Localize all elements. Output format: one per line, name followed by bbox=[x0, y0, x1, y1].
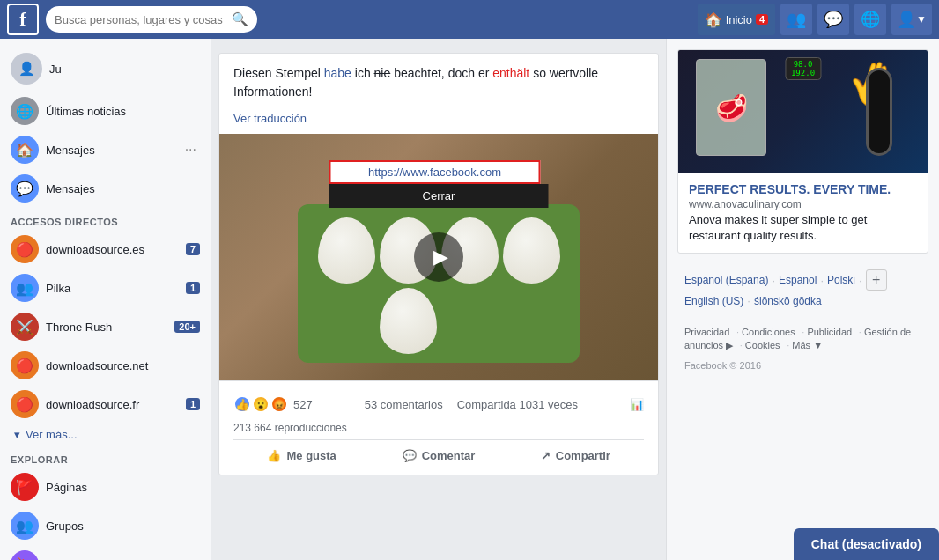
sidebar-left: 👤 Ju 🌐 Últimas noticias 🏠 Mensajes ··· 💬… bbox=[0, 39, 211, 560]
post-actions: 👍 Me gusta 💬 Comentar ↗ Compartir bbox=[233, 439, 644, 468]
ad-title[interactable]: PERFECT RESULTS. EVERY TIME. bbox=[689, 182, 917, 196]
footer-publicidad[interactable]: Publicidad bbox=[807, 327, 852, 337]
egg-carton bbox=[298, 204, 580, 363]
video-thumbnail[interactable]: Cerrar bbox=[219, 134, 658, 380]
mensajes-icon: 💬 bbox=[11, 174, 39, 203]
url-popup: Cerrar bbox=[329, 160, 549, 208]
share-icon-btn: ↗ bbox=[541, 449, 551, 462]
share-label: Compartir bbox=[556, 449, 610, 462]
lang-sep-1: · bbox=[772, 274, 775, 287]
post-text-nie: nie bbox=[374, 66, 391, 80]
explorar-section-title: EXPLORAR bbox=[0, 446, 211, 468]
post-stats: 53 comentarios Compartida 1031 veces bbox=[365, 398, 578, 411]
sidebar-user-profile[interactable]: 👤 Ju bbox=[0, 46, 211, 92]
user-avatar: 👤 bbox=[11, 53, 42, 85]
see-more-1[interactable]: ▾ Ver más... bbox=[0, 424, 211, 446]
user-menu-icon[interactable]: 👤▼ bbox=[891, 4, 932, 35]
egg-5 bbox=[380, 288, 437, 354]
post-text-enthaelt: enthält bbox=[492, 66, 529, 80]
sidebar-item-pilka[interactable]: 👥 Pilka 1 bbox=[0, 269, 211, 307]
downloadsource-net-icon: 🔴 bbox=[11, 351, 39, 379]
device-display: 98.0192.0 bbox=[785, 57, 821, 80]
post-text-habe: habe bbox=[324, 66, 351, 80]
globe-nav-icon[interactable]: 🌐 bbox=[854, 4, 886, 35]
sidebar-right: 🤚 98.0192.0 🥩 PERFECT RESULTS. EVERY TIM… bbox=[666, 39, 939, 560]
facebook-logo[interactable]: f bbox=[7, 4, 39, 35]
sidebar-item-guardado[interactable]: 🔖 Guardado bbox=[0, 545, 211, 560]
noticias-icon: 🏠 bbox=[11, 136, 39, 164]
grupos-icon: 👥 bbox=[11, 512, 39, 540]
share-button[interactable]: ↗ Compartir bbox=[507, 444, 644, 468]
lang-polski[interactable]: Polski bbox=[827, 274, 855, 286]
inicio-label: Inicio bbox=[726, 13, 752, 26]
comment-icon-btn: 💬 bbox=[403, 449, 417, 462]
ad-card: 🤚 98.0192.0 🥩 PERFECT RESULTS. EVERY TIM… bbox=[677, 49, 928, 254]
footer-cookies[interactable]: Cookies bbox=[745, 340, 780, 350]
notifications-count: 4 bbox=[756, 14, 768, 25]
post-text-segment-1: Diesen Stempel bbox=[233, 66, 324, 80]
footer-copyright: Facebook © 2016 bbox=[677, 357, 928, 374]
lang-espanol-espana[interactable]: Español (España) bbox=[684, 274, 768, 286]
comment-button[interactable]: 💬 Comentar bbox=[370, 444, 506, 468]
like-icon: 👍 bbox=[233, 395, 251, 413]
sidebar-item-label: downloadsource.es bbox=[46, 243, 179, 256]
ad-image: 🤚 98.0192.0 🥩 bbox=[678, 50, 928, 173]
angry-icon: 😡 bbox=[270, 395, 288, 413]
accesos-section-title: ACCESOS DIRECTOS bbox=[0, 208, 211, 230]
chat-button[interactable]: Chat (desactivado) bbox=[794, 528, 939, 560]
post-media: Cerrar bbox=[219, 134, 658, 380]
sidebar-item-downloadsource-fr[interactable]: 🔴 downloadsource.fr 1 bbox=[0, 385, 211, 424]
footer-privacidad[interactable]: Privacidad bbox=[684, 327, 729, 337]
sidebar-item-throne-rush[interactable]: ⚔️ Throne Rush 20+ bbox=[0, 307, 211, 346]
badge-throne-rush: 20+ bbox=[174, 321, 200, 333]
sidebar-item-label: Mensajes bbox=[46, 144, 174, 157]
post-text: Diesen Stempel habe ich nie beachtet, do… bbox=[219, 54, 658, 112]
egg-4 bbox=[503, 217, 560, 284]
noticias-options-btn[interactable]: ··· bbox=[181, 142, 200, 158]
translate-label: Ver traducción bbox=[233, 112, 307, 125]
paginas-icon: 🚩 bbox=[11, 473, 39, 501]
sidebar-item-label: Throne Rush bbox=[46, 321, 167, 334]
shares-count: Compartida 1031 veces bbox=[457, 398, 578, 411]
footer-links: Privacidad · Condiciones · Publicidad · … bbox=[677, 320, 928, 357]
reaction-count: 527 bbox=[293, 398, 313, 411]
play-button[interactable] bbox=[414, 232, 463, 282]
badge-downloadsource-fr: 1 bbox=[186, 398, 200, 410]
sidebar-item-grupos[interactable]: 👥 Grupos bbox=[0, 506, 211, 545]
search-input[interactable] bbox=[55, 13, 232, 26]
lang-english-us[interactable]: English (US) bbox=[684, 295, 743, 307]
sidebar-item-paginas[interactable]: 🚩 Páginas bbox=[0, 468, 211, 506]
messages-nav-icon[interactable]: 💬 bbox=[817, 4, 849, 35]
ad-url: www.anovaculinary.com bbox=[689, 198, 917, 210]
downloadsource-es-icon: 🔴 bbox=[11, 235, 39, 263]
add-language-button[interactable]: + bbox=[866, 269, 887, 291]
lang-slonsko[interactable]: ślōnskō gōdka bbox=[754, 295, 822, 307]
idioma-icon: 🌐 bbox=[11, 97, 39, 125]
like-button[interactable]: 👍 Me gusta bbox=[233, 444, 370, 468]
sidebar-item-label: Últimas noticias bbox=[46, 105, 200, 118]
translate-link[interactable]: Ver traducción bbox=[219, 112, 658, 134]
wow-icon: 😮 bbox=[252, 395, 270, 413]
footer-mas[interactable]: Más ▼ bbox=[792, 340, 823, 350]
friends-nav-icon[interactable]: 👥 bbox=[780, 4, 812, 35]
sidebar-item-mensajes[interactable]: 💬 Mensajes bbox=[0, 169, 211, 208]
footer-condiciones[interactable]: Condiciones bbox=[742, 327, 795, 337]
sidebar-item-label: Pilka bbox=[46, 282, 179, 295]
reaction-icons: 👍 😮 😡 bbox=[233, 395, 288, 413]
device-body bbox=[866, 68, 892, 156]
post-footer: 👍 😮 😡 527 53 comentarios Compartida 1031… bbox=[219, 380, 658, 475]
lang-sep-2: · bbox=[820, 274, 824, 287]
url-input[interactable] bbox=[329, 160, 541, 184]
sidebar-item-downloadsource-net[interactable]: 🔴 downloadsource.net bbox=[0, 346, 211, 385]
main-feed: Diesen Stempel habe ich nie beachtet, do… bbox=[211, 39, 666, 560]
lang-sep-4: · bbox=[747, 294, 750, 307]
views-icon: 📊 bbox=[630, 398, 644, 411]
views-count: 213 664 reproducciones bbox=[233, 420, 644, 436]
sidebar-item-ultimas-noticias[interactable]: 🏠 Mensajes ··· bbox=[0, 130, 211, 169]
close-button[interactable]: Cerrar bbox=[329, 184, 549, 208]
profile-nav-icon[interactable]: 🏠 Inicio 4 bbox=[698, 4, 775, 35]
sidebar-item-idioma[interactable]: 🌐 Últimas noticias bbox=[0, 92, 211, 130]
sidebar-item-downloadsource-es[interactable]: 🔴 downloadsource.es 7 bbox=[0, 230, 211, 269]
search-button[interactable]: 🔍 bbox=[232, 11, 248, 27]
lang-espanol[interactable]: Español bbox=[779, 274, 817, 286]
